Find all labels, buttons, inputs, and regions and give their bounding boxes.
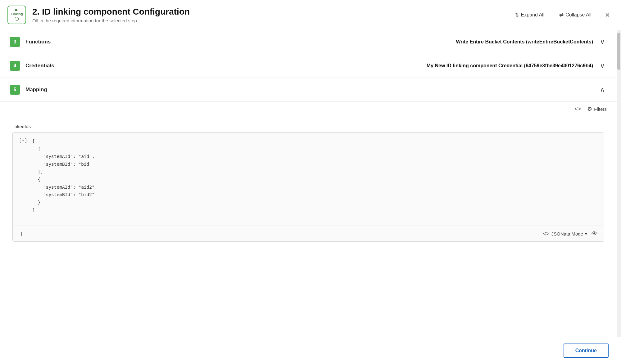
filters-label: Filters xyxy=(594,106,607,112)
eye-icon: 👁 xyxy=(592,230,598,237)
mapping-chevron-button[interactable]: ∧ xyxy=(598,85,607,94)
continue-button[interactable]: Continue xyxy=(564,344,609,358)
close-button[interactable]: × xyxy=(604,10,611,20)
header-title-area: 2. ID linking component Configuration Fi… xyxy=(32,7,512,24)
page-title: 2. ID linking component Configuration xyxy=(32,7,512,17)
logo-text: IDLinking xyxy=(11,8,23,16)
filter-icon: ⚙ xyxy=(587,106,592,112)
add-mapping-button[interactable]: + xyxy=(19,230,24,238)
functions-section: 3 Functions Write Entire Bucket Contents… xyxy=(0,30,617,54)
page-subtitle: Fill in the required information for the… xyxy=(32,18,512,23)
json-editor-combined: [-] [ { "systemAId": "aid", "systemBId":… xyxy=(12,132,604,242)
jsonata-mode-label: JSONata Mode xyxy=(551,231,583,236)
expand-icon: ⇅ xyxy=(515,12,519,18)
code-brackets-icon: <> xyxy=(574,106,581,112)
jsonata-code-icon: <> xyxy=(543,231,549,237)
credentials-section: 4 Credentials My New ID linking componen… xyxy=(0,54,617,78)
scrollbar-track[interactable] xyxy=(617,30,621,364)
mapping-section-header: 5 Mapping ∧ xyxy=(0,78,617,102)
mapping-chevron-up-icon: ∧ xyxy=(600,86,605,93)
json-gutter-icon: [-] xyxy=(19,137,27,221)
section-number-4: 4 xyxy=(10,61,20,71)
expand-all-button[interactable]: ⇅ Expand All xyxy=(512,11,547,20)
expand-all-label: Expand All xyxy=(521,12,545,18)
section-number-5: 5 xyxy=(10,85,20,95)
json-editor-footer: + <> JSONata Mode ▾ 👁 xyxy=(13,226,604,241)
logo-icon: ⬡ xyxy=(15,16,19,22)
functions-label: Functions xyxy=(25,39,456,45)
code-view-button[interactable]: <> xyxy=(574,106,581,112)
functions-value: Write Entire Bucket Contents (writeEntir… xyxy=(456,39,593,45)
page-header: IDLinking ⬡ 2. ID linking component Conf… xyxy=(0,0,621,30)
json-editor-area: linkedIds [-] [ { "systemAId": "aid", "s… xyxy=(0,116,617,242)
collapse-all-button[interactable]: ⇄ Collapse All xyxy=(557,11,594,20)
mapping-label: Mapping xyxy=(25,87,598,93)
credentials-label: Credentials xyxy=(25,63,427,69)
section-number-3: 3 xyxy=(10,37,20,47)
footer-right-actions: <> JSONata Mode ▾ 👁 xyxy=(543,230,598,237)
filters-button[interactable]: ⚙ Filters xyxy=(587,106,607,112)
mapping-tools-bar: <> ⚙ Filters xyxy=(0,102,617,116)
header-actions: ⇅ Expand All ⇄ Collapse All × xyxy=(512,10,611,20)
jsonata-chevron-down-icon: ▾ xyxy=(585,231,587,236)
functions-chevron-down-icon: ∨ xyxy=(600,38,605,46)
jsonata-mode-button[interactable]: <> JSONata Mode ▾ xyxy=(543,231,587,237)
credentials-chevron-down-icon: ∨ xyxy=(600,62,605,70)
main-content: 3 Functions Write Entire Bucket Contents… xyxy=(0,30,621,364)
bottom-action-bar: Continue xyxy=(4,337,621,364)
json-field-label: linkedIds xyxy=(12,124,604,129)
json-editor-body[interactable]: [-] [ { "systemAId": "aid", "systemBId":… xyxy=(13,133,604,226)
app-logo: IDLinking ⬡ xyxy=(7,6,26,24)
credentials-chevron-button[interactable]: ∨ xyxy=(598,61,607,70)
json-code-content[interactable]: [ { "systemAId": "aid", "systemBId": "bi… xyxy=(32,137,598,221)
scrollbar-thumb[interactable] xyxy=(617,33,620,70)
functions-chevron-button[interactable]: ∨ xyxy=(598,37,607,47)
collapse-all-label: Collapse All xyxy=(565,12,592,18)
preview-button[interactable]: 👁 xyxy=(592,230,598,237)
collapse-icon: ⇄ xyxy=(559,12,564,18)
credentials-value: My New ID linking component Credential (… xyxy=(427,63,593,69)
content-area: 3 Functions Write Entire Bucket Contents… xyxy=(0,30,617,364)
